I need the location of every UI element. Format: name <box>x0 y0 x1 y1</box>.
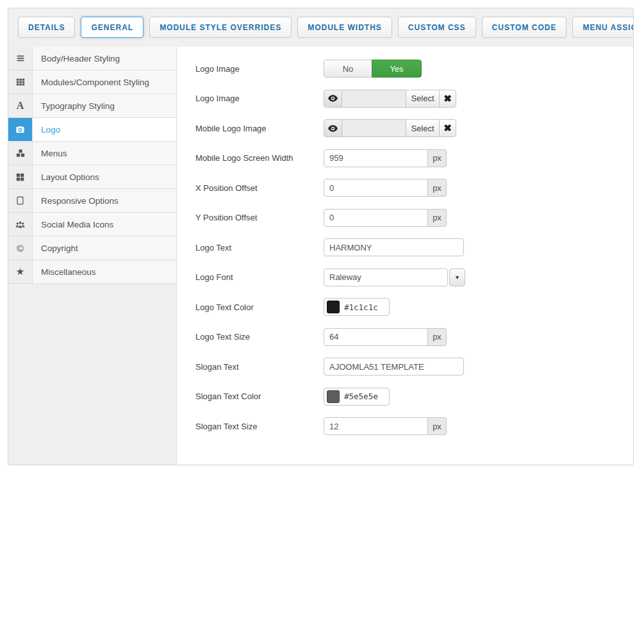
tab-details[interactable]: DETAILS <box>18 17 75 38</box>
preview-button[interactable] <box>324 119 342 137</box>
eye-icon <box>328 125 338 132</box>
color-swatch <box>327 301 340 313</box>
field-label: Logo Text Color <box>195 302 324 312</box>
sidebar-item-social-media-icons[interactable]: Social Media Icons <box>8 213 176 236</box>
clear-icon[interactable]: ✖ <box>439 119 456 137</box>
px-unit-addon: px <box>428 328 447 346</box>
sidebar-item-label: Miscellaneous <box>33 260 176 283</box>
sidebar-item-label: Menus <box>33 142 176 165</box>
eye-icon <box>328 95 338 102</box>
sidebar-item-body-header-styling[interactable]: Body/Header Styling <box>8 47 176 70</box>
form-row: Slogan Text Size px <box>195 417 633 435</box>
form-row: Y Position Offset px <box>195 209 633 227</box>
logo-text-color-picker[interactable]: #1c1c1c <box>324 298 390 316</box>
sidebar-item-layout-options[interactable]: Layout Options <box>8 165 176 189</box>
users-icon <box>8 213 33 236</box>
tab-menu-assignment[interactable]: MENU ASSIGNMENT <box>572 17 634 38</box>
sidebar-item-modules-component-styling[interactable]: Modules/Component Styling <box>8 70 176 94</box>
sidebar-item-copyright[interactable]: © Copyright <box>8 236 176 260</box>
form-row: X Position Offset px <box>195 179 633 197</box>
sidebar-item-label: Body/Header Styling <box>33 47 176 70</box>
tab-custom-css[interactable]: CUSTOM CSS <box>398 17 476 38</box>
preview-button[interactable] <box>324 90 342 108</box>
font-icon: A <box>8 94 33 117</box>
field-label: Logo Text <box>195 243 324 252</box>
x-position-offset-input[interactable] <box>324 179 428 197</box>
y-position-offset-input[interactable] <box>324 209 428 227</box>
field-label: Slogan Text Color <box>195 392 324 401</box>
form-row: Slogan Text <box>195 358 633 376</box>
px-unit-addon: px <box>428 179 447 197</box>
sidebar-item-label: Logo <box>33 118 176 141</box>
form-row: Logo Image Select ✖ <box>195 90 633 108</box>
color-hex-value: #1c1c1c <box>344 302 378 312</box>
sidebar-item-label: Typography Styling <box>33 94 176 117</box>
grid-icon <box>8 70 33 94</box>
form-row: Logo Font ▾ <box>195 268 633 286</box>
field-label: Slogan Text <box>195 362 324 372</box>
slogan-text-color-picker[interactable]: #5e5e5e <box>324 388 390 406</box>
device-outline-icon <box>8 189 33 212</box>
copyright-icon: © <box>8 236 33 260</box>
field-label: Mobile Logo Image <box>195 124 324 133</box>
sidebar-item-responsive-options[interactable]: Responsive Options <box>8 189 176 213</box>
mobile-logo-screen-width-input[interactable] <box>324 149 428 167</box>
logo-image-yes-button[interactable]: Yes <box>372 60 422 78</box>
sidebar-item-label: Modules/Component Styling <box>33 70 176 94</box>
field-label: Y Position Offset <box>195 213 324 222</box>
menu-bars-icon <box>8 47 33 70</box>
tab-bar: DETAILS GENERAL MODULE STYLE OVERRIDES M… <box>8 8 633 47</box>
field-label: Slogan Text Size <box>195 422 324 431</box>
logo-image-no-button[interactable]: No <box>324 60 372 78</box>
chevron-down-icon[interactable]: ▾ <box>449 268 465 286</box>
sidebar-item-typography-styling[interactable]: A Typography Styling <box>8 94 176 118</box>
px-unit-addon: px <box>428 149 447 167</box>
sidebar-item-label: Layout Options <box>33 165 176 188</box>
tab-general[interactable]: GENERAL <box>81 17 144 38</box>
color-hex-value: #5e5e5e <box>344 392 378 401</box>
layout-blocks-icon <box>8 165 33 188</box>
settings-form: Logo Image No Yes Logo Image Select ✖ <box>177 47 633 465</box>
tab-module-widths[interactable]: MODULE WIDTHS <box>297 17 392 38</box>
star-icon: ★ <box>8 260 33 283</box>
slogan-text-input[interactable] <box>324 358 464 376</box>
field-label: Logo Text Size <box>195 332 324 342</box>
sidebar-item-label: Responsive Options <box>33 189 176 212</box>
sidebar-item-logo[interactable]: Logo <box>8 118 176 142</box>
tab-module-style-overrides[interactable]: MODULE STYLE OVERRIDES <box>149 17 292 38</box>
form-row: Mobile Logo Screen Width px <box>195 149 633 167</box>
logo-text-size-input[interactable] <box>324 328 428 346</box>
px-unit-addon: px <box>428 417 447 435</box>
mobile-logo-image-path-field[interactable] <box>342 119 406 137</box>
form-row: Logo Text <box>195 238 633 256</box>
logo-text-input[interactable] <box>324 238 464 256</box>
sidebar-item-label: Social Media Icons <box>33 213 176 236</box>
sidebar-item-menus[interactable]: Menus <box>8 142 176 165</box>
form-row: Logo Text Color #1c1c1c <box>195 298 633 316</box>
settings-sidebar: Body/Header Styling Modules/Component St… <box>8 47 177 465</box>
color-swatch <box>327 390 340 403</box>
field-label: X Position Offset <box>195 183 324 193</box>
mobile-logo-image-select-button[interactable]: Select <box>406 119 440 137</box>
slogan-text-size-input[interactable] <box>324 417 428 435</box>
tab-custom-code[interactable]: CUSTOM CODE <box>482 17 567 38</box>
form-row: Logo Image No Yes <box>195 60 633 78</box>
field-label: Mobile Logo Screen Width <box>195 153 324 163</box>
px-unit-addon: px <box>428 209 447 227</box>
field-label: Logo Font <box>195 272 324 282</box>
logo-font-select[interactable] <box>324 268 448 286</box>
field-label: Logo Image <box>195 94 324 103</box>
camera-icon <box>8 118 33 141</box>
logo-image-path-field[interactable] <box>342 90 406 108</box>
form-row: Slogan Text Color #5e5e5e <box>195 388 633 406</box>
clear-icon[interactable]: ✖ <box>439 90 456 108</box>
form-row: Logo Text Size px <box>195 328 633 346</box>
logo-image-select-button[interactable]: Select <box>406 90 440 108</box>
sidebar-item-miscellaneous[interactable]: ★ Miscellaneous <box>8 260 176 284</box>
field-label: Logo Image <box>195 64 324 74</box>
cubes-icon <box>8 142 33 165</box>
form-row: Mobile Logo Image Select ✖ <box>195 119 633 137</box>
settings-panel: DETAILS GENERAL MODULE STYLE OVERRIDES M… <box>8 8 634 465</box>
sidebar-item-label: Copyright <box>33 236 176 260</box>
